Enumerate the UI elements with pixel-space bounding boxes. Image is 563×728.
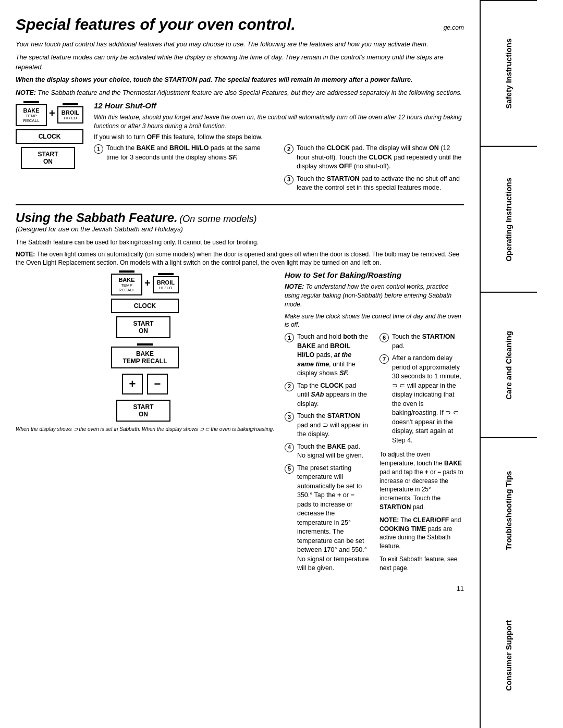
sidebar-care: Care and Cleaning [481,292,537,438]
section-divider [16,204,464,205]
sab-step-7: 7 After a random delay period of approxi… [380,354,464,445]
how-to-note: NOTE: To understand how the oven control… [285,282,464,309]
shutoff-steps: 1 Touch the BAKE and BROIL HI/LO pads at… [94,144,464,196]
shutoff-section: BAKE TEMP RECALL + BROIL HI / LO CLOCK S… [16,101,464,196]
sab-step-num-7: 7 [380,354,389,364]
minus-button[interactable]: − [147,374,168,394]
sab-step-content-2: Tap the CLOCK pad until SAb appears in t… [297,381,369,409]
start-sub-2: ON [139,327,148,335]
oven-panel-1: BAKE TEMP RECALL + BROIL HI / LO CLOCK S… [16,101,83,196]
sab-step-content-4: Touch the BAKE pad. No signal will be gi… [297,442,369,461]
plus-connector: + [49,107,55,119]
intro-para-3: When the display shows your choice, touc… [16,75,464,85]
step-content-1: Touch the BAKE and BROIL HI/LO pads at t… [106,144,274,162]
sabbath-layout: BAKE TEMP RECALL + BROIL HI / LO CLOCK [16,270,464,576]
start-button-2[interactable]: START ON [116,316,170,338]
start-label: START [38,151,58,158]
step-num-3: 3 [284,175,293,184]
step-num-1: 1 [94,144,103,154]
sab-step-content-3: Touch the START/ON pad and ⊃ will appear… [297,412,369,439]
sab-step-num-5: 5 [285,464,294,474]
active-note: NOTE: The CLEAR/OFF and COOKING TIME pad… [380,516,464,551]
steps-left: 1 Touch the BAKE and BROIL HI/LO pads at… [94,144,274,196]
sab-step-content-1: Touch and hold both the BAKE and BROIL H… [297,332,369,378]
bake-indicator-2 [119,270,134,273]
sabbath-title: Using the Sabbath Feature. [16,211,178,225]
steps-right: 2 Touch the CLOCK pad. The display will … [284,144,464,196]
sabbath-content: How to Set for Baking/Roasting NOTE: To … [285,270,464,576]
math-btn-row: + − [122,374,168,394]
bake-label: BAKE [23,107,39,114]
sab-step-5: 5 The preset starting temperature will a… [285,464,369,573]
sab-step-num-6: 6 [380,333,389,342]
sabbath-title-note: (On some models) [179,214,256,224]
sidebar: Safety Instructions Operating Instructio… [480,0,537,728]
sab-step-content-5: The preset starting temperature will aut… [297,464,369,573]
step-3: 3 Touch the START/ON pad to activate the… [284,175,464,193]
bake-recall-indicator [137,343,153,346]
broil-button-2[interactable]: BROIL HI / LO [153,276,179,293]
step-content-3: Touch the START/ON pad to activate the n… [297,175,464,193]
shutoff-title: 12 Hour Shut-Off [94,101,464,110]
adjust-note: To adjust the oven temperature, touch th… [380,450,464,512]
bake-recall-button[interactable]: BAKE TEMP RECALL [111,347,179,368]
oven-panel-2: BAKE TEMP RECALL + BROIL HI / LO CLOCK [111,270,179,422]
clock-button-2[interactable]: CLOCK [111,299,179,313]
how-to-title: How to Set for Baking/Roasting [285,270,464,279]
step-1: 1 Touch the BAKE and BROIL HI/LO pads at… [94,144,274,162]
start-sub-label: ON [43,158,53,165]
sab-step-content-7: After a random delay period of approxima… [392,354,464,445]
exit-note: To exit Sabbath feature, see next page. [380,555,464,573]
broil-button[interactable]: BROIL HI / LO [57,106,83,124]
step-content-2: Touch the CLOCK pad. The display will sh… [297,144,464,171]
broil-sub-label: HI / LO [62,116,79,120]
sabbath-note1: The Sabbath feature can be used for baki… [16,238,464,247]
start-button-1[interactable]: START ON [21,147,75,169]
sab-step-3: 3 Touch the START/ON pad and ⊃ will appe… [285,412,369,439]
sidebar-consumer: Consumer Support [481,583,537,728]
sab-step-2: 2 Tap the CLOCK pad until SAb appears in… [285,381,369,409]
title-row: Special features of your oven control. g… [16,16,464,35]
sidebar-operating: Operating Instructions [481,146,537,292]
intro-para-2: The special feature modes can only be ac… [16,53,464,72]
start-button-3[interactable]: START ON [116,400,170,422]
bake-broil-row: BAKE TEMP RECALL + BROIL HI / LO [16,101,83,126]
step-2: 2 Touch the CLOCK pad. The display will … [284,144,464,171]
sab-step-content-6: Touch the START/ON pad. [392,332,464,351]
oven-panel-2-wrapper: BAKE TEMP RECALL + BROIL HI / LO CLOCK [16,270,274,576]
bake-button-2[interactable]: BAKE TEMP RECALL [111,274,142,295]
shutoff-content: 12 Hour Shut-Off With this feature, shou… [94,101,464,196]
intro-para-1: Your new touch pad control has additiona… [16,40,464,50]
off-instruction: If you wish to turn OFF this feature, fo… [94,133,464,141]
sab-step-num-2: 2 [285,382,294,391]
plus-connector-2: + [144,277,151,289]
page-number: 11 [16,585,464,593]
start-sub-3: ON [139,411,148,418]
plus-button[interactable]: + [122,374,143,394]
bake-indicator [23,101,39,103]
sabbath-title-row: Using the Sabbath Feature. (On some mode… [16,211,464,225]
clock-note: Make sure the clock shows the correct ti… [285,312,464,330]
step-num-2: 2 [284,144,293,154]
sab-step-num-4: 4 [285,443,294,452]
bake-sub-label-2: TEMP RECALL [115,283,138,292]
sabbath-subtitle: (Designed for use on the Jewish Sabbath … [16,225,464,233]
sab-step-num-1: 1 [285,333,294,342]
sabbath-steps-left: 1 Touch and hold both the BAKE and BROIL… [285,332,369,576]
start-label-2: START [133,320,153,327]
sabbath-caption: When the display shows ⊃ the oven is set… [16,426,274,433]
main-content: Special features of your oven control. g… [0,0,480,728]
clock-button-1[interactable]: CLOCK [16,129,83,144]
sabbath-steps-right: 6 Touch the START/ON pad. 7 After a rand… [380,332,464,576]
bake-recall-label: BAKE [136,350,154,357]
broil-indicator-2 [158,273,174,275]
shutoff-description: With this feature, should you forget and… [94,113,464,131]
bake-recall-sub: TEMP RECALL [117,357,173,365]
bake-label-2: BAKE [118,277,134,283]
sab-step-num-3: 3 [285,412,294,422]
sidebar-troubleshooting: Troubleshooting Tips [481,437,537,583]
bake-button[interactable]: BAKE TEMP RECALL [16,104,47,126]
broil-sub-label-2: HI / LO [157,286,175,290]
start-label-3: START [133,403,153,411]
sidebar-safety: Safety Instructions [481,0,537,146]
